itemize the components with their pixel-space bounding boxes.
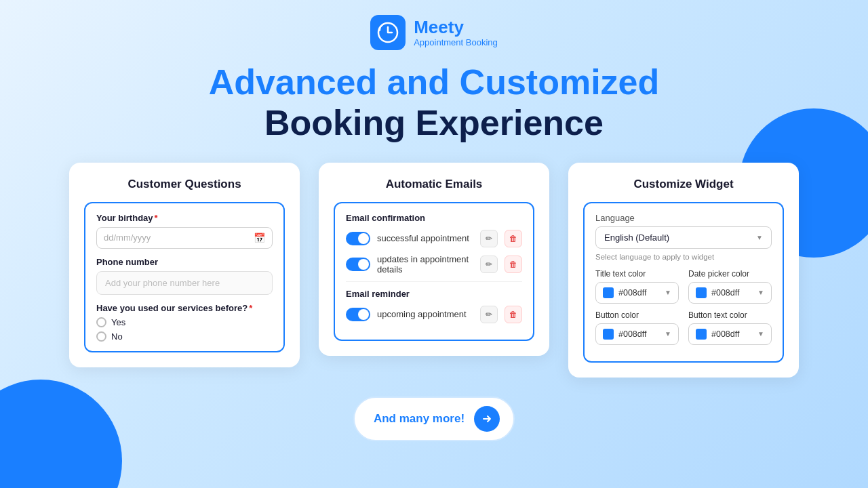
radio-yes[interactable]: Yes [96,317,273,327]
logo-subtitle: Appointment Booking [414,37,498,47]
language-select[interactable]: English (Default) ▼ [595,226,772,249]
title-color-value: #008dff [618,288,665,298]
card-customer-questions: Customer Questions Your birthday* dd/mm/… [69,163,300,367]
toggle-thumb-2 [358,259,369,270]
cta-arrow-icon [474,406,500,432]
cta-label: And many more! [374,412,465,426]
email-row-1: successful appointment ✏ 🗑 [346,230,522,247]
radio-no[interactable]: No [96,331,273,342]
phone-label: Phone number [96,257,273,267]
cards-row: Customer Questions Your birthday* dd/mm/… [69,163,799,378]
button-color-select[interactable]: #008dff ▼ [595,323,679,345]
button-text-color-select[interactable]: #008dff ▼ [688,323,772,345]
radio-no-circle [96,331,106,342]
widget-inner-card: Language English (Default) ▼ Select lang… [583,202,784,363]
datepicker-color-select[interactable]: #008dff ▼ [688,282,772,304]
calendar-icon: 📅 [254,232,265,243]
delete-btn-3[interactable]: 🗑 [505,306,522,323]
services-label: Have you used our services before?* [96,303,273,313]
divider [346,281,522,282]
hero-title: Advanced and Customized Booking Experien… [209,62,660,144]
chevron-down-icon: ▼ [756,234,763,241]
birthday-placeholder: dd/mm/yyyy [104,232,151,243]
toggle-thumb-1 [358,233,369,244]
title-color-swatch [603,287,614,298]
email-reminder-label: Email reminder [346,289,522,299]
radio-yes-label: Yes [111,317,125,327]
birthday-input[interactable]: dd/mm/yyyy 📅 [96,227,273,249]
button-text-color-field: Button text color #008dff ▼ [688,310,772,345]
phone-placeholder: Add your phone number here [105,278,220,288]
logo-name: Meety [414,18,498,37]
edit-btn-2[interactable]: ✏ [480,256,498,273]
button-color-label: Button color [595,310,679,320]
radio-yes-circle [96,317,106,327]
phone-input[interactable]: Add your phone number here [96,271,273,295]
title-color-label: Title text color [595,269,679,279]
email-confirmation-label: Email confirmation [346,213,522,223]
radio-no-label: No [111,331,123,342]
button-text-color-label: Button text color [688,310,772,320]
chevron-down-icon-bc: ▼ [665,330,671,338]
card-customize-widget: Customize Widget Language English (Defau… [568,163,799,378]
toggle-upcoming[interactable] [346,308,370,321]
edit-btn-3[interactable]: ✏ [480,306,498,323]
birthday-label: Your birthday* [96,213,273,223]
toggle-thumb-3 [358,309,369,320]
language-hint: Select language to apply to widget [595,253,772,261]
language-value: English (Default) [604,232,669,243]
logo-icon [370,15,406,50]
language-label: Language [595,213,772,223]
hero-line2: Booking Experience [209,103,660,144]
color-row-2: Button color #008dff ▼ Button text color… [595,310,772,345]
button-text-color-swatch [696,329,707,340]
datepicker-color-swatch [696,287,707,298]
button-color-value: #008dff [618,329,665,339]
card-questions-title: Customer Questions [84,178,285,191]
card-automatic-emails: Automatic Emails Email confirmation succ… [319,163,549,356]
chevron-down-icon-tc: ▼ [665,289,671,296]
edit-btn-1[interactable]: ✏ [480,230,498,247]
header: Meety Appointment Booking [370,0,498,50]
cta-button[interactable]: And many more! [353,396,515,441]
card-widget-title: Customize Widget [583,178,784,191]
logo-text: Meety Appointment Booking [414,18,498,47]
button-color-field: Button color #008dff ▼ [595,310,679,345]
email-row-3: upcoming appointment ✏ 🗑 [346,306,522,323]
hero-line1: Advanced and Customized [209,62,660,103]
datepicker-color-field: Date picker color #008dff ▼ [688,269,772,304]
color-row-1: Title text color #008dff ▼ Date picker c… [595,269,772,304]
delete-btn-2[interactable]: 🗑 [505,256,522,273]
datepicker-color-label: Date picker color [688,269,772,279]
email-row1-text: successful appointment [377,233,473,243]
email-row3-text: upcoming appointment [377,309,473,319]
title-color-field: Title text color #008dff ▼ [595,269,679,304]
toggle-updates[interactable] [346,258,370,271]
button-text-color-value: #008dff [711,329,757,339]
delete-btn-1[interactable]: 🗑 [505,230,522,247]
title-color-select[interactable]: #008dff ▼ [595,282,679,304]
email-row2-text: updates in appointment details [377,254,473,274]
emails-inner-card: Email confirmation successful appointmen… [334,202,534,341]
datepicker-color-value: #008dff [711,288,757,298]
chevron-down-icon-dp: ▼ [757,289,764,296]
card-emails-title: Automatic Emails [334,178,534,191]
email-row-2: updates in appointment details ✏ 🗑 [346,254,522,274]
radio-group: Yes No [96,317,273,342]
chevron-down-icon-btc: ▼ [757,330,764,338]
questions-inner-card: Your birthday* dd/mm/yyyy 📅 Phone number… [84,202,285,352]
button-color-swatch [603,329,614,340]
toggle-successful[interactable] [346,232,370,245]
